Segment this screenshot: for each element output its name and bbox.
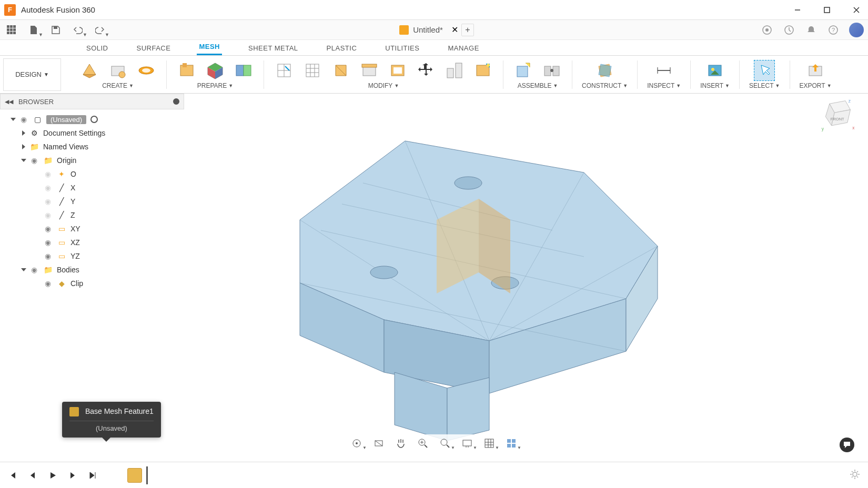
help-icon[interactable]: ? <box>827 24 840 36</box>
tree-origin-x[interactable]: ◉╱X <box>2 181 182 195</box>
extensions-icon[interactable] <box>761 24 773 36</box>
timeline-prev-icon[interactable] <box>27 470 38 481</box>
insert-mesh-icon[interactable] <box>107 60 128 81</box>
timeline-last-icon[interactable] <box>87 470 98 481</box>
ribbon-group-select: SELECT▼ <box>746 60 783 89</box>
close-button[interactable] <box>849 3 864 17</box>
svg-marker-20 <box>83 75 96 78</box>
shell-icon[interactable] <box>387 60 408 81</box>
timeline-settings-icon[interactable] <box>849 469 861 482</box>
activate-radio[interactable] <box>90 116 98 123</box>
comments-icon[interactable] <box>840 438 854 452</box>
tree-origin-xy[interactable]: ◉▭XY <box>2 222 182 236</box>
tab-sheet-metal[interactable]: SHEET METAL <box>246 41 300 55</box>
browser-title: BROWSER <box>18 98 54 106</box>
export-icon[interactable] <box>805 60 826 81</box>
tab-utilities[interactable]: UTILITIES <box>383 41 421 55</box>
tree-origin[interactable]: ◉ 📁 Origin <box>2 154 182 167</box>
svg-marker-68 <box>626 246 658 351</box>
tree-bodies[interactable]: ◉ 📁 Bodies <box>2 263 182 277</box>
redo-icon[interactable]: ▼ <box>93 23 107 37</box>
tree-origin-yz[interactable]: ◉▭YZ <box>2 249 182 263</box>
tree-origin-o[interactable]: ◉✦O <box>2 167 182 181</box>
tree-root[interactable]: ◉ ▢ (Unsaved) <box>2 113 182 126</box>
reduce-icon[interactable] <box>330 60 351 81</box>
svg-rect-12 <box>13 32 16 34</box>
new-component-icon[interactable] <box>513 60 534 81</box>
svg-point-15 <box>765 28 769 32</box>
visibility-icon[interactable]: ◉ <box>29 156 39 165</box>
job-status-icon[interactable] <box>783 24 795 36</box>
tree-named-views[interactable]: 📁 Named Views <box>2 140 182 154</box>
titlebar: F Autodesk Fusion 360 <box>0 0 868 20</box>
svg-rect-112 <box>512 444 516 448</box>
document-tab[interactable]: Untitled* <box>394 23 448 37</box>
tab-surface[interactable]: SURFACE <box>135 41 173 55</box>
workspace-picker[interactable]: DESIGN▼ <box>3 58 61 91</box>
timeline-feature-mesh[interactable] <box>127 468 142 483</box>
timeline-first-icon[interactable] <box>7 470 18 481</box>
cube-icon <box>399 25 409 35</box>
tab-close-icon[interactable]: ✕ <box>451 25 458 35</box>
direct-edit-icon[interactable] <box>274 60 295 81</box>
tab-solid[interactable]: SOLID <box>84 41 110 55</box>
undo-icon[interactable]: ▼ <box>70 23 85 37</box>
browser-toggle-icon[interactable] <box>173 98 179 105</box>
display-settings-icon[interactable]: ▼ <box>460 436 474 450</box>
measure-icon[interactable] <box>653 60 674 81</box>
grid-settings-icon[interactable]: ▼ <box>482 436 496 450</box>
svg-line-119 <box>857 476 858 477</box>
tab-mesh[interactable]: MESH <box>197 39 222 55</box>
tree-origin-z[interactable]: ◉╱Z <box>2 208 182 222</box>
insert-decal-icon[interactable] <box>704 60 725 81</box>
data-panel-icon[interactable] <box>4 23 19 37</box>
collapse-icon[interactable]: ◀◀ <box>5 98 13 105</box>
combine-face-groups-icon[interactable] <box>233 60 254 81</box>
notifications-icon[interactable] <box>805 24 817 36</box>
svg-line-100 <box>447 445 449 448</box>
viewcube[interactable]: FRONT z x y <box>820 98 854 133</box>
select-icon[interactable] <box>754 60 775 81</box>
visibility-icon[interactable]: ◉ <box>19 115 28 124</box>
viewport-layout-icon[interactable]: ▼ <box>504 436 518 450</box>
joint-icon[interactable] <box>541 60 562 81</box>
navigation-bar: ▼ ▼ ▼ ▼ ▼ <box>345 434 523 452</box>
construct-plane-icon[interactable] <box>594 60 615 81</box>
tree-body-clip[interactable]: ◉◆Clip <box>2 277 182 290</box>
repair-icon[interactable] <box>176 60 197 81</box>
tab-plastic[interactable]: PLASTIC <box>325 41 359 55</box>
save-icon[interactable] <box>48 23 63 37</box>
user-avatar[interactable] <box>849 23 864 37</box>
new-tab-button[interactable]: + <box>461 24 474 36</box>
tree-document-settings[interactable]: ⚙ Document Settings <box>2 126 182 140</box>
move-icon[interactable] <box>416 60 437 81</box>
visibility-icon[interactable]: ◉ <box>29 265 39 274</box>
timeline-play-icon[interactable] <box>47 470 58 481</box>
svg-rect-10 <box>7 32 9 34</box>
tab-manage[interactable]: MANAGE <box>446 41 481 55</box>
minimize-button[interactable] <box>790 3 805 17</box>
pan-icon[interactable] <box>394 436 408 450</box>
file-menu-icon[interactable]: ▼ <box>26 23 41 37</box>
orbit-icon[interactable]: ▼ <box>350 436 364 450</box>
browser-header[interactable]: ◀◀ BROWSER <box>0 94 184 109</box>
plane-cut-icon[interactable] <box>359 60 380 81</box>
mesh-feature-icon <box>69 407 79 416</box>
svg-point-50 <box>487 64 490 67</box>
tessellate-icon[interactable] <box>79 60 100 81</box>
scale-mesh-icon[interactable] <box>444 60 465 81</box>
remesh-icon[interactable] <box>302 60 323 81</box>
create-mesh-section-icon[interactable] <box>136 60 157 81</box>
tree-origin-xz[interactable]: ◉▭XZ <box>2 236 182 249</box>
look-at-icon[interactable] <box>372 436 386 450</box>
zoom-icon[interactable] <box>416 436 430 450</box>
generate-face-groups-icon[interactable] <box>205 60 226 81</box>
svg-rect-48 <box>456 63 462 78</box>
zoom-window-icon[interactable]: ▼ <box>438 436 452 450</box>
tree-origin-y[interactable]: ◉╱Y <box>2 195 182 208</box>
convert-mesh-icon[interactable] <box>472 60 493 81</box>
timeline-next-icon[interactable] <box>67 470 78 481</box>
maximize-button[interactable] <box>820 3 834 17</box>
timeline-handle[interactable] <box>146 466 148 484</box>
svg-rect-109 <box>507 439 511 443</box>
